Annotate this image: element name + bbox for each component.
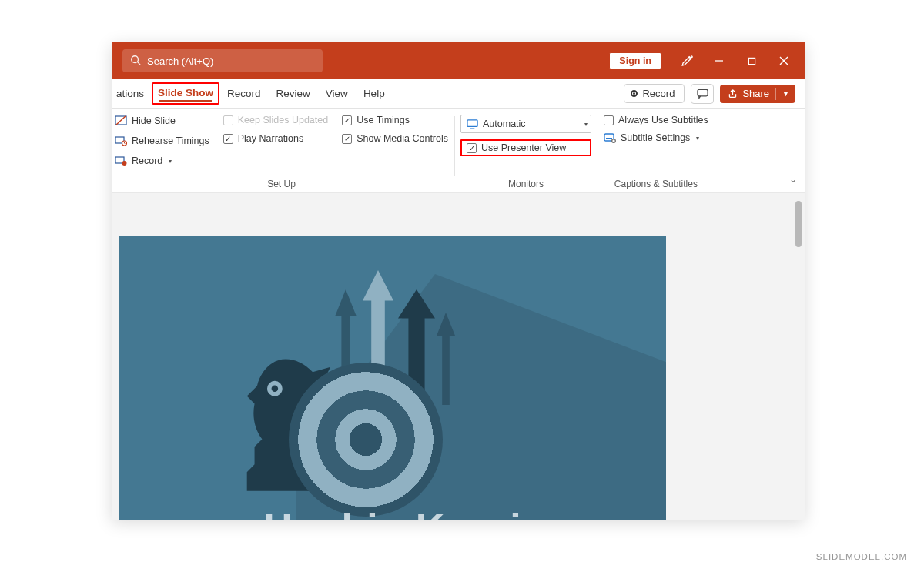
scroll-thumb[interactable] [795, 201, 802, 247]
scrollbar[interactable] [795, 201, 803, 512]
record-slideshow-icon [115, 155, 127, 167]
tab-view[interactable]: View [318, 82, 356, 106]
search-placeholder: Search (Alt+Q) [147, 55, 213, 67]
target-icon [289, 363, 443, 517]
chevron-down-icon: ▼ [782, 90, 789, 98]
monitor-select[interactable]: Automatic ▾ [460, 115, 591, 133]
svg-rect-17 [606, 138, 612, 139]
ribbon-group-captions: Always Use Subtitles Subtitle Settings ▾… [598, 113, 715, 192]
tab-animations-partial[interactable]: ations [116, 82, 152, 106]
always-subtitles-label: Always Use Subtitles [618, 115, 708, 125]
app-window: Search (Alt+Q) Sign in ations Slide Show… [112, 42, 805, 520]
tab-slide-show[interactable]: Slide Show [152, 82, 219, 105]
tab-strip: ations Slide Show Record Review View Hel… [112, 79, 805, 109]
ribbon-group-setup: Hide Slide Rehearse Timings Record ▾ [112, 113, 454, 192]
checkbox-icon [342, 115, 352, 125]
record-dd-label: Record [132, 156, 162, 166]
chevron-down-icon: ▾ [696, 135, 699, 142]
share-button[interactable]: Share ▼ [720, 85, 795, 103]
record-button-label: Record [642, 88, 675, 99]
group-label-setup: Set Up [115, 179, 448, 192]
always-subtitles-checkbox[interactable]: Always Use Subtitles [604, 115, 708, 125]
collapse-ribbon-button[interactable]: ⌄ [789, 174, 797, 185]
checkbox-icon [342, 134, 352, 144]
tab-review[interactable]: Review [269, 82, 318, 106]
minimize-button[interactable] [703, 45, 735, 76]
record-button[interactable]: Record [624, 84, 685, 103]
keep-slides-updated-checkbox: Keep Slides Updated [223, 115, 328, 125]
checkbox-icon [604, 115, 614, 125]
comments-button[interactable] [691, 84, 714, 104]
close-button[interactable] [768, 45, 800, 76]
svg-point-20 [272, 385, 279, 392]
checkbox-icon [467, 143, 477, 153]
title-bar: Search (Alt+Q) Sign in [112, 42, 805, 79]
play-narrations-label: Play Narrations [238, 133, 303, 144]
ribbon-group-monitors: Automatic ▾ Use Presenter View Monitors [454, 113, 598, 192]
svg-line-9 [116, 116, 126, 125]
svg-point-2 [691, 56, 692, 58]
share-icon [728, 89, 738, 99]
svg-rect-14 [467, 119, 477, 125]
svg-point-0 [132, 55, 139, 62]
play-narrations-checkbox[interactable]: Play Narrations [223, 133, 328, 144]
subtitle-settings-icon [604, 132, 616, 144]
share-label: Share [742, 88, 769, 99]
svg-rect-7 [698, 89, 708, 95]
show-media-label: Show Media Controls [357, 133, 448, 144]
keep-updated-label: Keep Slides Updated [238, 115, 328, 125]
use-timings-label: Use Timings [357, 115, 410, 125]
chevron-down-icon: ▾ [581, 121, 588, 128]
ribbon: Hide Slide Rehearse Timings Record ▾ [112, 109, 805, 193]
slide-canvas-area: Hoshin Kanri [112, 193, 805, 520]
use-timings-checkbox[interactable]: Use Timings [342, 115, 448, 125]
monitor-icon [466, 118, 478, 130]
subtitle-settings-label: Subtitle Settings [621, 132, 690, 143]
group-label-captions: Captions & Subtitles [604, 179, 708, 192]
svg-point-13 [122, 161, 127, 166]
show-media-controls-checkbox[interactable]: Show Media Controls [342, 133, 448, 144]
sign-in-button[interactable]: Sign in [609, 52, 661, 69]
tab-help[interactable]: Help [356, 82, 393, 106]
hide-slide-label: Hide Slide [132, 115, 176, 126]
group-label-monitors: Monitors [460, 179, 591, 192]
tab-record[interactable]: Record [219, 82, 269, 106]
chevron-down-icon: ▾ [169, 158, 172, 165]
search-icon [130, 55, 141, 68]
slide-preview[interactable]: Hoshin Kanri [119, 236, 666, 520]
draw-mode-icon[interactable] [672, 45, 703, 76]
checkbox-icon [223, 134, 233, 144]
rehearse-timings-button[interactable]: Rehearse Timings [115, 135, 209, 147]
search-input[interactable]: Search (Alt+Q) [122, 49, 323, 72]
record-dot-icon [631, 90, 638, 97]
checkbox-icon [223, 115, 233, 125]
slide-title: Hoshin Kanri [119, 505, 666, 520]
hide-slide-button[interactable]: Hide Slide [115, 115, 209, 127]
rehearse-label: Rehearse Timings [132, 135, 209, 146]
hide-slide-icon [115, 115, 127, 127]
watermark: SLIDEMODEL.COM [816, 552, 907, 561]
maximize-button[interactable] [735, 45, 768, 76]
svg-line-1 [138, 62, 141, 65]
rehearse-icon [115, 135, 127, 147]
svg-rect-4 [748, 58, 755, 64]
record-dropdown[interactable]: Record ▾ [115, 155, 209, 167]
subtitle-settings-button[interactable]: Subtitle Settings ▾ [604, 132, 708, 144]
monitor-value: Automatic [483, 119, 576, 129]
use-presenter-view-checkbox[interactable]: Use Presenter View [460, 139, 591, 156]
presenter-view-label: Use Presenter View [481, 142, 566, 153]
